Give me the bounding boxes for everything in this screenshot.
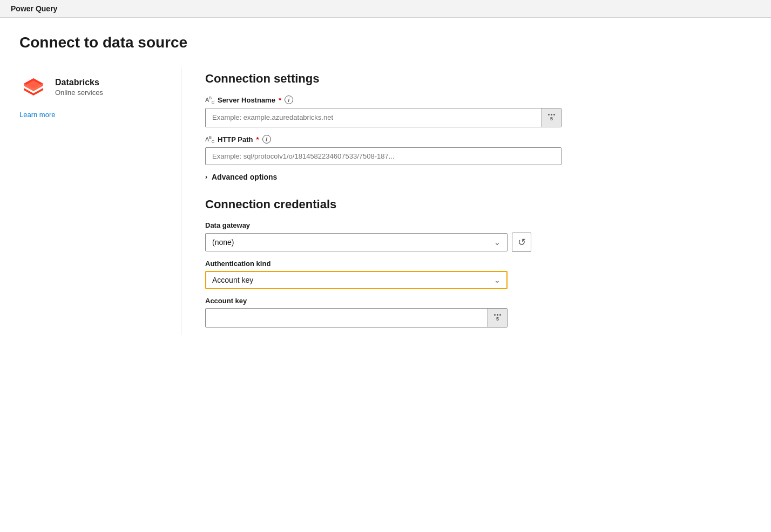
abc-icon: ABC bbox=[205, 96, 214, 105]
left-panel: Databricks Online services Learn more bbox=[19, 67, 181, 335]
advanced-options-label: Advanced options bbox=[212, 173, 277, 181]
authentication-kind-select-wrapper: Account key ⌄ bbox=[205, 271, 752, 289]
refresh-icon: ↺ bbox=[518, 236, 526, 248]
connector-category: Online services bbox=[55, 88, 103, 97]
data-gateway-select[interactable]: (none) ⌄ bbox=[205, 233, 508, 251]
data-gateway-field: Data gateway (none) ⌄ ↺ bbox=[205, 221, 752, 252]
http-path-required: * bbox=[256, 135, 259, 144]
authentication-kind-label: Authentication kind bbox=[205, 260, 752, 268]
right-panel: Connection settings ABC Server Hostname … bbox=[181, 67, 752, 335]
connector-info: Databricks Online services bbox=[55, 78, 103, 97]
topbar: Power Query bbox=[0, 0, 771, 18]
connector-name: Databricks bbox=[55, 78, 103, 87]
account-key-label: Account key bbox=[205, 297, 752, 305]
server-hostname-required: * bbox=[279, 96, 281, 104]
server-hostname-label-text: Server Hostname bbox=[218, 96, 275, 104]
advanced-options-toggle[interactable]: › Advanced options bbox=[205, 173, 752, 181]
server-hostname-field: ABC Server Hostname * i bbox=[205, 96, 752, 127]
data-gateway-select-wrapper: (none) ⌄ ↺ bbox=[205, 233, 752, 252]
authentication-kind-field: Authentication kind Account key ⌄ bbox=[205, 260, 752, 289]
server-hostname-label: ABC Server Hostname * i bbox=[205, 96, 752, 105]
two-column-layout: Databricks Online services Learn more Co… bbox=[19, 67, 752, 335]
authentication-kind-value: Account key bbox=[212, 276, 253, 284]
http-path-input[interactable] bbox=[206, 148, 561, 165]
account-key-field: Account key 5 bbox=[205, 297, 752, 328]
http-path-field: ABC HTTP Path * i bbox=[205, 135, 752, 165]
databricks-icon bbox=[19, 73, 48, 101]
http-path-label-text: HTTP Path bbox=[218, 135, 253, 144]
page-title: Connect to data source bbox=[19, 34, 752, 51]
advanced-options-chevron: › bbox=[205, 173, 207, 181]
authentication-kind-select[interactable]: Account key ⌄ bbox=[205, 271, 508, 289]
connector-logo: Databricks Online services bbox=[19, 73, 103, 101]
server-hostname-action-btn[interactable]: 5 bbox=[542, 108, 561, 127]
data-gateway-label: Data gateway bbox=[205, 221, 752, 229]
http-path-label: ABC HTTP Path * i bbox=[205, 135, 752, 144]
http-path-info-icon[interactable]: i bbox=[262, 135, 271, 144]
server-hostname-info-icon[interactable]: i bbox=[285, 96, 293, 104]
main-content: Connect to data source bbox=[0, 18, 771, 354]
http-path-input-wrapper bbox=[205, 147, 562, 165]
authentication-kind-chevron-icon: ⌄ bbox=[494, 276, 501, 284]
data-gateway-refresh-btn[interactable]: ↺ bbox=[512, 233, 531, 252]
connection-credentials-title: Connection credentials bbox=[205, 197, 752, 212]
app-title: Power Query bbox=[11, 4, 57, 13]
data-gateway-chevron-icon: ⌄ bbox=[494, 238, 501, 247]
server-hostname-input[interactable] bbox=[206, 109, 542, 126]
data-gateway-value: (none) bbox=[212, 238, 234, 247]
abc-icon-2: ABC bbox=[205, 135, 214, 144]
account-key-input-wrapper: 5 bbox=[205, 308, 508, 328]
connection-settings-title: Connection settings bbox=[205, 72, 752, 86]
server-hostname-input-wrapper: 5 bbox=[205, 108, 562, 127]
learn-more-link[interactable]: Learn more bbox=[19, 111, 55, 119]
account-key-input[interactable] bbox=[206, 309, 488, 326]
account-key-action-btn[interactable]: 5 bbox=[488, 309, 507, 327]
